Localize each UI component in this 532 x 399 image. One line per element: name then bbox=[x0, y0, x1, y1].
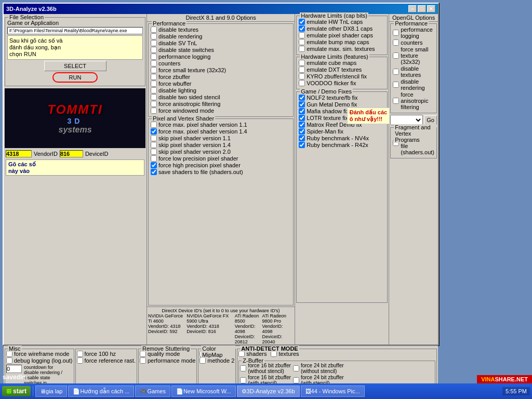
taskbar-item-3[interactable]: 📄 New Microsoft W... bbox=[171, 385, 236, 397]
vendor-id-input[interactable] bbox=[6, 150, 32, 157]
performance-logging-checkbox[interactable] bbox=[393, 30, 399, 36]
force-max.-pixel-shader-version-1.4-checkbox[interactable] bbox=[151, 128, 157, 135]
disable-textures-checkbox[interactable] bbox=[393, 69, 399, 75]
ruby-benchmark---r42x-checkbox[interactable] bbox=[299, 142, 305, 148]
checkbox-row: force high precision pixel shader bbox=[151, 162, 291, 168]
taskbar-divider bbox=[33, 386, 33, 396]
spider-man-fix-checkbox[interactable] bbox=[299, 128, 305, 135]
checkbox-row: force max. pixel shader version 1.4 bbox=[151, 128, 291, 135]
emulate-max.-sim.-textures-checkbox[interactable] bbox=[299, 46, 305, 52]
gun-metal-demo-fix-checkbox[interactable] bbox=[299, 101, 305, 108]
counters-checkbox[interactable] bbox=[393, 39, 399, 46]
taskbar-item-1[interactable]: 📄 Hướng dẫn cách ... bbox=[68, 385, 134, 397]
hw-features-checkboxes: emulate cube mapsemulate DXT texturesKYR… bbox=[299, 60, 385, 86]
force-100hz-checkbox[interactable] bbox=[77, 351, 83, 357]
force-max.-pixel-shader-version-1.1-checkbox[interactable] bbox=[151, 122, 157, 128]
disable-textures-checkbox[interactable] bbox=[151, 26, 157, 33]
force-windowed-mode-checkbox[interactable] bbox=[151, 108, 157, 114]
emulate-dxt-textures-checkbox[interactable] bbox=[299, 66, 305, 73]
directx-panel: DirectX 8.1 and 9.0 Options Performance … bbox=[147, 14, 295, 345]
methode2-label: methode 2 bbox=[207, 357, 234, 364]
skip-pixel-shader-version-1.1-checkbox[interactable] bbox=[151, 135, 157, 141]
zbuffer-right: force 24 bit zbuffer(without stencil) fo… bbox=[293, 362, 344, 387]
24bit-stencil-checkbox[interactable] bbox=[293, 377, 299, 383]
ruby-benchmark---nv4x-checkbox[interactable] bbox=[299, 135, 305, 141]
zbuffer-left: force 16 bit zbuffer(without stencil) fo… bbox=[240, 362, 291, 387]
matrox-reef-demo-fix-checkbox[interactable] bbox=[299, 122, 305, 128]
gun-metal-demo-fix-label: Gun Metal Demo fix bbox=[307, 101, 357, 108]
skip-pixel-shader-version-1.4-checkbox[interactable] bbox=[151, 142, 157, 148]
close-button[interactable]: ✕ bbox=[427, 5, 435, 12]
performance-mode-checkbox[interactable] bbox=[140, 357, 146, 364]
16bit-nostencil-checkbox[interactable] bbox=[240, 365, 246, 371]
emulate-dxt-textures-label: emulate DXT textures bbox=[307, 66, 362, 73]
debug-logging-checkbox[interactable] bbox=[6, 357, 12, 364]
force-wbuffer-checkbox[interactable] bbox=[151, 81, 157, 87]
device-id-row: VendorID DeviceID bbox=[4, 149, 147, 158]
disable-state-switches-checkbox[interactable] bbox=[151, 47, 157, 53]
taskbar-item-4[interactable]: ⚙ 3D-Analyze v2.36b bbox=[237, 385, 300, 397]
16bit-stencil-checkbox[interactable] bbox=[240, 377, 246, 383]
disable-two-sided-stencil-checkbox[interactable] bbox=[151, 94, 157, 100]
emulate-hw-tnl-caps-checkbox[interactable] bbox=[299, 19, 305, 25]
run-button[interactable]: RUN bbox=[52, 72, 98, 83]
remove-stuttering-title: Remove Stuttering bbox=[141, 345, 191, 352]
performance-logging-checkbox[interactable] bbox=[151, 54, 157, 60]
force-anisotropic-filtering-checkbox[interactable] bbox=[393, 98, 399, 104]
counters-checkbox[interactable] bbox=[151, 60, 157, 66]
force-wireframe-label: force wireframe mode bbox=[14, 351, 69, 357]
checkbox-row: disable rendering bbox=[151, 33, 291, 39]
minimize-button[interactable]: − bbox=[408, 5, 417, 12]
force-high-precision-pixel-shader-checkbox[interactable] bbox=[151, 162, 157, 168]
force-small-texture-(32x32)-checkbox[interactable] bbox=[151, 67, 157, 73]
force-windowed-mode-label: force windowed mode bbox=[158, 108, 214, 114]
checkbox-row: performance logging bbox=[393, 26, 434, 39]
mafia-shadow-fix-checkbox[interactable] bbox=[299, 108, 305, 114]
emulate-bump-map-caps-checkbox[interactable] bbox=[299, 39, 305, 45]
kyro-zbuffer/stencil-fix-checkbox[interactable] bbox=[299, 73, 305, 79]
taskbar-item-0[interactable]: 🖥 gia lap bbox=[35, 385, 67, 397]
select-button[interactable]: SELECT bbox=[44, 61, 107, 71]
taskbar-item-5[interactable]: 🖼 44 - Windows Pic... bbox=[301, 385, 365, 397]
skip-pixel-shader-version-2.0-checkbox[interactable] bbox=[151, 149, 157, 155]
opengl-spacer bbox=[389, 159, 438, 345]
ann2-line2: này vào bbox=[8, 168, 142, 174]
performance-checkboxes: disable texturesdisable renderingdisable… bbox=[151, 26, 291, 114]
methode2-checkbox[interactable] bbox=[200, 357, 206, 364]
emulate-pixel-shader-caps-checkbox[interactable] bbox=[299, 32, 305, 38]
force-anisotropic-filtering-checkbox[interactable] bbox=[151, 101, 157, 107]
checkbox-row: force max. pixel shader version 1.1 bbox=[151, 122, 291, 128]
force-zbuffer-checkbox[interactable] bbox=[151, 74, 157, 80]
disable-sv-tnl-checkbox[interactable] bbox=[151, 40, 157, 46]
title-bar: 3D-Analyze v2.36b − □ ✕ bbox=[4, 4, 438, 14]
voodoo-flicker-fix-checkbox[interactable] bbox=[299, 80, 305, 86]
24bit-nostencil-checkbox[interactable] bbox=[293, 365, 299, 371]
force-wbuffer-label: force wbuffer bbox=[158, 81, 191, 87]
game-fixes-title: Game / Demo Fixes bbox=[300, 88, 353, 95]
force-low-precision-pixel-shader-checkbox[interactable] bbox=[151, 155, 157, 162]
device-id-input[interactable] bbox=[60, 150, 83, 157]
color-mipmap-title: Color MipMap bbox=[201, 345, 235, 358]
force-small-texture-(32x32)-checkbox[interactable] bbox=[393, 52, 399, 59]
countdown-input[interactable] bbox=[6, 365, 22, 373]
lotr-texture-fix-checkbox[interactable] bbox=[299, 115, 305, 121]
save-shaders-to-file-(shaders.out)-checkbox[interactable] bbox=[151, 169, 157, 175]
checkbox-row: emulate bump map caps bbox=[299, 39, 385, 45]
taskbar-item-2[interactable]: 🎮 Games bbox=[135, 385, 170, 397]
go-button[interactable]: Go bbox=[424, 115, 437, 125]
force-ref-checkbox[interactable] bbox=[77, 357, 83, 364]
nolf2-texture/fb-fix-checkbox[interactable] bbox=[299, 95, 305, 101]
disable-rendering-checkbox[interactable] bbox=[393, 82, 399, 88]
fragment-vertex-title: Fragment and Vertex Programs bbox=[394, 124, 436, 143]
disable-rendering-checkbox[interactable] bbox=[151, 33, 157, 39]
emulate-other-dx8.1-caps-checkbox[interactable] bbox=[299, 25, 305, 32]
disable-lighting-checkbox[interactable] bbox=[151, 87, 157, 94]
opengl-perf-checkboxes: performance loggingcountersforce small t… bbox=[393, 26, 434, 110]
maximize-button[interactable]: □ bbox=[418, 5, 426, 12]
start-button[interactable]: ⊞ start bbox=[2, 386, 31, 396]
checkbox-row: disable textures bbox=[151, 26, 291, 33]
checkbox-row: counters bbox=[151, 60, 291, 66]
opengl-select[interactable] bbox=[390, 115, 423, 125]
emulate-cube-maps-checkbox[interactable] bbox=[299, 60, 305, 66]
window-title: 3D-Analyze v2.36b bbox=[6, 6, 57, 12]
